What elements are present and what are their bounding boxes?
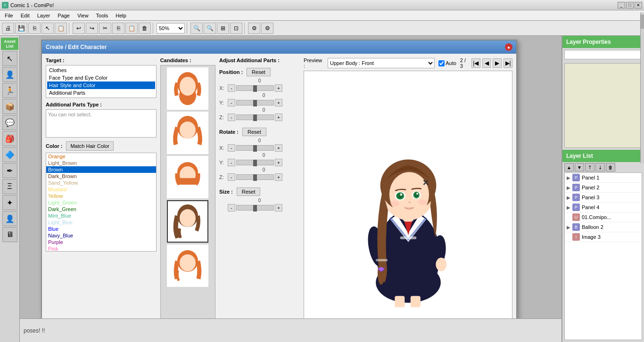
color-dark-green[interactable]: Dark_Green bbox=[46, 206, 156, 212]
layer-comipo[interactable]: ▶ U 01.Comipo... bbox=[565, 212, 642, 222]
size-plus[interactable]: + bbox=[275, 204, 282, 212]
paste-btn[interactable]: 📋 bbox=[55, 23, 67, 34]
sidebar-icon-props[interactable]: 🎒 bbox=[2, 131, 17, 146]
zoom-out-btn[interactable]: 🔍 bbox=[204, 23, 216, 34]
menu-tools[interactable]: Tools bbox=[92, 12, 112, 19]
right-scrollbar-thumb[interactable] bbox=[641, 15, 644, 29]
sidebar-icon-3d[interactable]: 📦 bbox=[2, 99, 17, 114]
menu-help[interactable]: Help bbox=[112, 12, 130, 19]
nav-next-btn[interactable]: ▶ bbox=[493, 58, 502, 68]
position-z-plus[interactable]: + bbox=[275, 114, 282, 121]
color-yellow[interactable]: Yellow bbox=[46, 193, 156, 199]
position-reset-btn[interactable]: Reset bbox=[247, 68, 271, 76]
sidebar-icon-user[interactable]: 👤 bbox=[2, 211, 17, 226]
print-btn[interactable]: 🖨 bbox=[2, 23, 14, 34]
layer-up-btn[interactable]: ▲ bbox=[564, 163, 574, 171]
sidebar-icon-cube[interactable]: 🔷 bbox=[2, 147, 17, 162]
target-hair[interactable]: Hair Style and Color bbox=[47, 81, 155, 89]
size-reset-btn[interactable]: Reset bbox=[237, 187, 261, 196]
close-btn[interactable]: ✕ bbox=[635, 2, 642, 8]
rotate-y-minus[interactable]: - bbox=[228, 159, 235, 166]
size-track[interactable] bbox=[236, 205, 274, 211]
copy2-btn[interactable]: ⎘ bbox=[112, 23, 124, 34]
size-minus[interactable]: - bbox=[228, 204, 235, 212]
candidate-1[interactable] bbox=[167, 67, 208, 110]
expand-btn[interactable]: ⊡ bbox=[230, 23, 242, 34]
candidate-3[interactable] bbox=[167, 156, 208, 198]
undo-btn[interactable]: ↩ bbox=[73, 23, 85, 34]
sidebar-icon-text[interactable]: Ξ bbox=[2, 179, 17, 194]
layer-balloon-2[interactable]: ▶ B Balloon 2 bbox=[565, 222, 642, 232]
layer-down-btn[interactable]: ▼ bbox=[575, 163, 584, 171]
redo-btn[interactable]: ↪ bbox=[86, 23, 98, 34]
menu-edit[interactable]: Edit bbox=[17, 12, 33, 19]
menu-view[interactable]: View bbox=[74, 12, 92, 19]
sidebar-icon-run[interactable]: 🏃 bbox=[2, 83, 17, 98]
color-orange[interactable]: Orange bbox=[46, 153, 156, 160]
color-dark-brown[interactable]: Dark_Brown bbox=[46, 173, 156, 179]
color-pink[interactable]: Pink bbox=[46, 245, 156, 252]
nav-prev-btn[interactable]: ◀ bbox=[482, 58, 491, 68]
rotate-x-minus[interactable]: - bbox=[228, 144, 235, 152]
sidebar-icon-pen[interactable]: ✒ bbox=[2, 163, 17, 178]
color-purple[interactable]: Purple bbox=[46, 239, 156, 245]
cut-btn[interactable]: ✂ bbox=[99, 23, 111, 34]
nav-first-btn[interactable]: |◀ bbox=[471, 58, 480, 68]
maximize-btn[interactable]: □ bbox=[626, 2, 634, 8]
match-hair-color-btn[interactable]: Match Hair Color bbox=[66, 141, 114, 151]
layer-panel-1[interactable]: ▶ P Panel 1 bbox=[565, 173, 642, 183]
color-light-brown[interactable]: Light_Brown bbox=[46, 160, 156, 166]
preview-select[interactable]: Upper Body : Front bbox=[328, 58, 435, 68]
position-z-minus[interactable]: - bbox=[228, 114, 235, 121]
asset-list-tab[interactable]: AssetList bbox=[1, 38, 18, 50]
candidates-scroll[interactable] bbox=[160, 65, 215, 342]
target-face[interactable]: Face Type and Eye Color bbox=[47, 74, 155, 81]
layer-panel-4[interactable]: ▶ P Panel 4 bbox=[565, 203, 642, 212]
tool1-btn[interactable]: ⚙ bbox=[248, 23, 260, 34]
color-light-green[interactable]: Light_Green bbox=[46, 199, 156, 206]
layer-panel-3[interactable]: ▶ P Panel 3 bbox=[565, 193, 642, 203]
layer-top-btn[interactable]: ⤒ bbox=[585, 163, 594, 171]
color-light-blue[interactable]: Light_Blue bbox=[46, 219, 156, 226]
right-scrollbar[interactable] bbox=[640, 12, 644, 163]
rotate-z-track[interactable] bbox=[236, 174, 274, 180]
position-x-track[interactable] bbox=[236, 85, 274, 91]
zoom-in-btn[interactable]: 🔍 bbox=[190, 23, 203, 34]
sidebar-icon-screen[interactable]: 🖥 bbox=[2, 227, 17, 242]
auto-checkbox[interactable]: Auto bbox=[438, 60, 456, 66]
color-mint-blue[interactable]: Mint_Blue bbox=[46, 212, 156, 219]
menu-layer[interactable]: Layer bbox=[33, 12, 54, 19]
layer-properties-input[interactable] bbox=[564, 50, 642, 59]
sidebar-icon-effect[interactable]: ✦ bbox=[2, 195, 17, 210]
candidate-2[interactable] bbox=[167, 112, 208, 154]
zoom-select[interactable]: 50% bbox=[157, 23, 185, 33]
save-btn[interactable]: 💾 bbox=[15, 23, 27, 34]
candidate-5[interactable] bbox=[167, 244, 208, 287]
rotate-y-track[interactable] bbox=[236, 160, 274, 165]
position-y-minus[interactable]: - bbox=[228, 99, 235, 106]
position-y-plus[interactable]: + bbox=[275, 99, 282, 106]
color-blue[interactable]: Blue bbox=[46, 226, 156, 232]
menu-file[interactable]: File bbox=[1, 12, 17, 19]
dialog-close-btn[interactable]: ● bbox=[505, 43, 512, 51]
sidebar-icon-chat[interactable]: 💬 bbox=[2, 115, 17, 130]
position-x-minus[interactable]: - bbox=[228, 84, 235, 92]
position-x-plus[interactable]: + bbox=[275, 84, 282, 92]
auto-check[interactable] bbox=[438, 60, 445, 66]
sidebar-icon-select[interactable]: ↖ bbox=[2, 51, 17, 66]
rotate-x-plus[interactable]: + bbox=[275, 144, 282, 152]
cursor-btn[interactable]: ↖ bbox=[41, 23, 54, 34]
target-clothes[interactable]: Clothes bbox=[47, 66, 155, 74]
menu-page[interactable]: Page bbox=[54, 12, 74, 19]
layer-image-3[interactable]: ▶ I Image 3 bbox=[565, 232, 642, 242]
tool2-btn[interactable]: ⚙ bbox=[261, 23, 273, 34]
paste2-btn[interactable]: 📋 bbox=[125, 23, 138, 34]
layer-delete-btn[interactable]: 🗑 bbox=[606, 163, 615, 171]
nav-last-btn[interactable]: ▶| bbox=[504, 58, 512, 68]
fit-btn[interactable]: ⊞ bbox=[217, 23, 229, 34]
position-y-track[interactable] bbox=[236, 100, 274, 106]
color-mustard[interactable]: Mustard bbox=[46, 186, 156, 193]
sidebar-icon-person[interactable]: 👤 bbox=[2, 67, 17, 82]
layer-bottom-btn[interactable]: ⤓ bbox=[595, 163, 605, 171]
color-sand-yellow[interactable]: Sand_Yellow bbox=[46, 179, 156, 186]
